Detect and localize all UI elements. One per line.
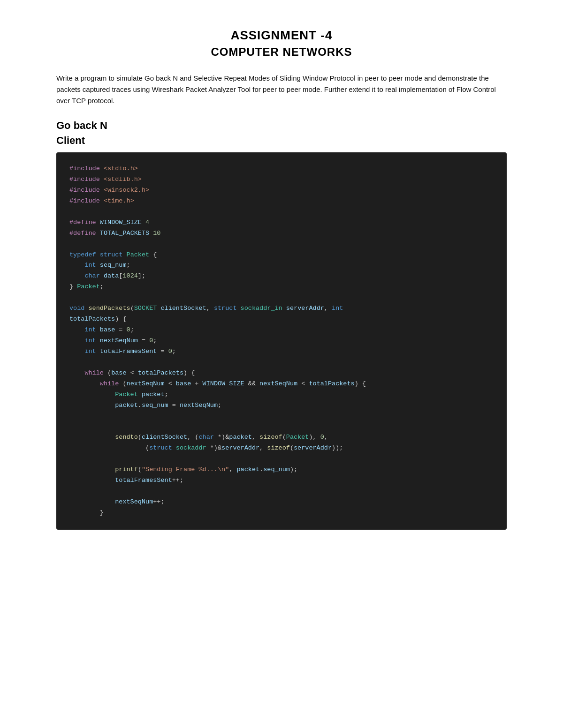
- page-header: ASSIGNMENT -4 COMPUTER NETWORKS: [56, 28, 507, 59]
- section-go-back-n: Go back N: [56, 120, 507, 132]
- description-text: Write a program to simulate Go back N an…: [56, 73, 507, 106]
- code-block: #include <stdio.h> #include <stdlib.h> #…: [56, 152, 507, 530]
- subject-title: COMPUTER NETWORKS: [56, 45, 507, 59]
- assignment-title: ASSIGNMENT -4: [56, 28, 507, 43]
- sub-heading-client: Client: [56, 135, 507, 147]
